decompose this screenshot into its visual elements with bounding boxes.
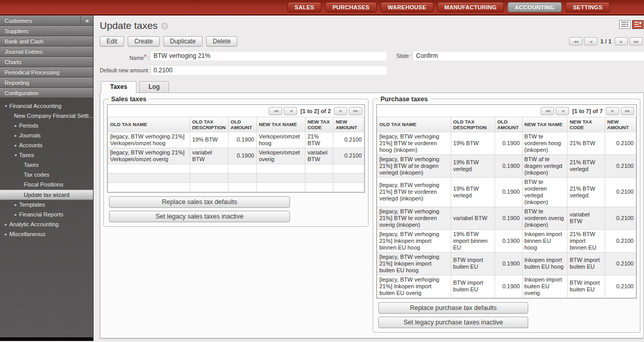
table-row[interactable] xyxy=(108,173,364,182)
menu-settings[interactable]: SETTINGS xyxy=(565,2,609,12)
new-tax-code-cell: 21% BTW verlegd xyxy=(568,154,605,177)
sidebar-item-financial-accounting[interactable]: ▼Financial Accounting xyxy=(0,101,93,111)
table-row[interactable]: [legacy, BTW verhoging 21%] Inkopen impo… xyxy=(377,275,636,298)
sidebar-item-miscellaneous[interactable]: ►Miscellaneous xyxy=(0,229,93,239)
form-view-icon[interactable] xyxy=(632,20,643,29)
old-tax-description-cell: 19% BTW xyxy=(451,132,495,154)
sidebar-section-suppliers[interactable]: Suppliers xyxy=(0,26,93,36)
column-header: OLD AMOUNT xyxy=(495,117,522,132)
sidebar-section-bank-and-cash[interactable]: Bank and Cash xyxy=(0,36,93,46)
old-amount-cell: 0.1900 xyxy=(495,252,522,275)
tree-item-label: Accounts xyxy=(19,142,42,148)
new-tax-name-cell: Inkopen import buiten EU hoog xyxy=(522,252,568,275)
sidebar-item-accounts[interactable]: ►Accounts xyxy=(0,141,93,150)
table-row[interactable] xyxy=(108,164,364,173)
first-record-button[interactable]: ◀◀ xyxy=(569,37,582,45)
sidebar-item-fiscal-positions[interactable]: Fiscal Positions xyxy=(0,180,93,190)
sidebar-item-templates[interactable]: ►Templates xyxy=(0,200,93,210)
sidebar-section-journal-entries[interactable]: Journal Entries xyxy=(0,46,93,57)
set-legacy-purchase-taxes-inactive-button[interactable]: Set legacy purchase taxes inactive xyxy=(378,317,528,328)
sidebar-item-taxes[interactable]: ▼Taxes xyxy=(0,150,93,160)
purchase-taxes-table: OLD TAX NAMEOLD TAX DESCRIPTIONOLD AMOUN… xyxy=(377,117,636,298)
first-page-button[interactable]: ◀◀ xyxy=(269,107,282,115)
sidebar-item-taxes-list[interactable]: Taxes xyxy=(0,160,93,170)
new-amount-cell: 0.2100 xyxy=(605,275,636,298)
set-legacy-sales-taxes-inactive-button[interactable]: Set legacy sales taxes inactive xyxy=(109,211,290,222)
sales-taxes-group: Sales taxes ◀◀ ◀ [1 to 2] of 2 ▶ ▶▶ xyxy=(103,96,369,227)
previous-page-button[interactable]: ◀ xyxy=(284,107,297,115)
replace-sales-tax-defaults-button[interactable]: Replace sales tax defaults xyxy=(109,196,290,208)
sidebar-item-journals[interactable]: ►Journals xyxy=(0,131,93,141)
sidebar-item-periods[interactable]: ►Periods xyxy=(0,121,93,131)
last-page-button[interactable]: ▶▶ xyxy=(349,107,362,115)
old-tax-description-cell: 19% BTW verlegd xyxy=(451,177,495,207)
new-tax-name-cell: Inkopen import buiten EU overig xyxy=(522,275,568,298)
old-amount-cell: 0.1900 xyxy=(495,229,522,252)
tab-log[interactable]: Log xyxy=(139,81,169,92)
next-record-button[interactable]: ▶ xyxy=(615,37,628,45)
sidebar-section-configuration[interactable]: Configuration xyxy=(0,88,93,98)
table-row[interactable]: [legacy, BTW verhoging 21%] Verkopen/omz… xyxy=(108,148,364,164)
previous-page-button[interactable]: ◀ xyxy=(556,107,569,115)
tree-item-label: Periods xyxy=(19,122,38,129)
field-help-icon: ? xyxy=(144,54,146,58)
tab-taxes[interactable]: Taxes xyxy=(101,81,136,93)
tree-item-label: Taxes xyxy=(19,152,34,158)
menu-manufacturing[interactable]: MANUFACTURING xyxy=(437,2,504,12)
new-tax-code-cell: variabel BTW xyxy=(568,207,605,229)
sidebar-section-reporting[interactable]: Reporting xyxy=(0,77,93,88)
list-view-icon[interactable] xyxy=(619,20,631,29)
table-row[interactable]: [legacy, BTW verhoging 21%] BTW te vorde… xyxy=(377,177,636,207)
replace-purchase-tax-defaults-button[interactable]: Replace purchase tax defaults xyxy=(378,302,528,314)
menu-accounting[interactable]: ACCOUNTING xyxy=(508,2,562,12)
old-tax-description-cell: 19% BTW verlegd xyxy=(451,154,495,177)
new-amount-cell xyxy=(333,164,364,173)
table-row[interactable]: [legacy, BTW verhoging 21%] Verkopen/omz… xyxy=(108,132,364,148)
sidebar-section-customers[interactable]: Customers xyxy=(0,15,93,26)
menu-warehouse[interactable]: WAREHOUSE xyxy=(380,2,434,12)
table-row[interactable] xyxy=(108,182,364,192)
tree-arrow-icon: ► xyxy=(14,210,18,220)
tree-arrow-icon: ► xyxy=(14,200,18,210)
previous-record-button[interactable]: ◀ xyxy=(584,37,597,45)
first-page-button[interactable]: ◀◀ xyxy=(541,107,554,115)
sidebar-item-update-tax-wizard[interactable]: Update tax wizard xyxy=(0,190,93,200)
last-page-button[interactable]: ▶▶ xyxy=(621,107,634,115)
page-title: Update taxes xyxy=(100,20,158,32)
tree-item-label: Financial Accounting xyxy=(9,103,62,109)
table-row[interactable]: [legacy, BTW verhoging 21%] Inkopen impo… xyxy=(377,229,636,252)
table-row[interactable]: [legacy, BTW verhoging 21%] BTW af te dr… xyxy=(377,154,636,177)
sidebar-section-charts[interactable]: Charts xyxy=(0,57,93,67)
new-tax-name-cell: BTW te vorderen verlegd (inkopen) xyxy=(522,177,568,207)
create-button[interactable]: Create xyxy=(128,36,160,46)
menu-purchases[interactable]: PURCHASES xyxy=(325,2,377,12)
sidebar-tree: ▼Financial Accounting New Company Financ… xyxy=(0,98,93,239)
sidebar-item-new-company-financial-settings[interactable]: New Company Financial Setti... xyxy=(0,111,93,121)
tree-arrow-icon: ► xyxy=(14,121,18,131)
old-tax-name-cell: [legacy, BTW verhoging 21%] Inkopen impo… xyxy=(377,252,451,275)
sidebar-item-financial-reports[interactable]: ►Financial Reports xyxy=(0,210,93,220)
tree-arrow-icon: ▼ xyxy=(4,101,8,111)
new-tax-name-cell: BTW te vorderen overig (inkopen) xyxy=(522,207,568,229)
last-record-button[interactable]: ▶▶ xyxy=(630,37,643,45)
menu-sales[interactable]: SALES xyxy=(287,2,321,12)
sales-taxes-table-box: ◀◀ ◀ [1 to 2] of 2 ▶ ▶▶ OLD TAX NAMEOLD … xyxy=(107,104,365,193)
duplicate-button[interactable]: Duplicate xyxy=(163,36,203,46)
table-row[interactable]: [legacy, BTW verhoging 21%] Inkopen impo… xyxy=(377,252,636,275)
table-row[interactable]: [legacy, BTW verhoging 21%] BTW te vorde… xyxy=(377,132,636,154)
column-header: OLD TAX DESCRIPTION xyxy=(451,117,495,132)
edit-button[interactable]: Edit xyxy=(100,36,124,46)
tree-arrow-icon: ► xyxy=(4,229,8,239)
next-page-button[interactable]: ▶ xyxy=(334,107,347,115)
sidebar-item-analytic-accounting[interactable]: ►Analytic Accounting xyxy=(0,220,93,229)
table-row[interactable]: [legacy, BTW verhoging 21%] BTW te vorde… xyxy=(377,207,636,229)
purchase-pager-range: [1 to 7] of 7 xyxy=(571,108,604,114)
sidebar-item-tax-codes[interactable]: Tax codes xyxy=(0,170,93,180)
old-tax-name-cell: [legacy, BTW verhoging 21%] BTW te vorde… xyxy=(377,177,451,207)
sidebar-section-periodical-processing[interactable]: Periodical Processing xyxy=(0,67,93,77)
old-tax-name-cell: [legacy, BTW verhoging 21%] BTW af te dr… xyxy=(377,154,451,177)
delete-button[interactable]: Delete xyxy=(206,36,238,46)
next-page-button[interactable]: ▶ xyxy=(606,107,619,115)
sidebar-collapse-button[interactable]: « xyxy=(81,15,93,26)
sales-taxes-legend: Sales taxes xyxy=(109,96,149,103)
